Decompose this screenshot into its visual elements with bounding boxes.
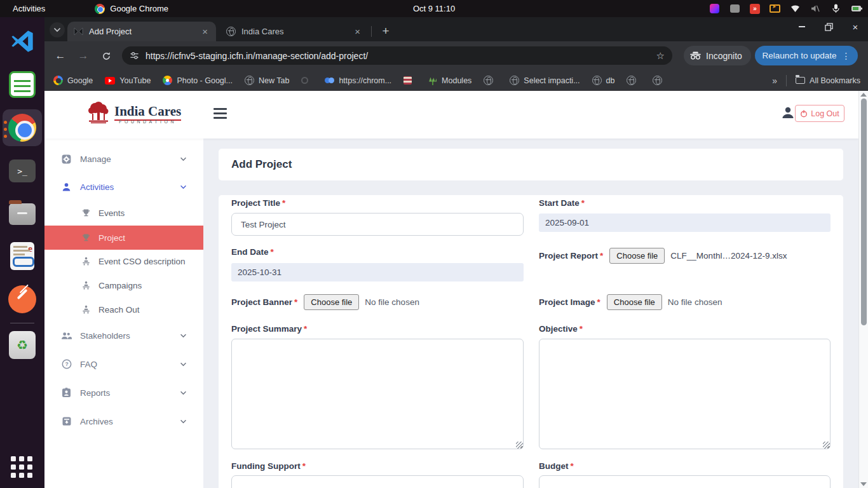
battery-icon [851, 3, 862, 14]
project-report-choose-file-button[interactable]: Choose file [609, 248, 665, 264]
back-button[interactable]: ← [52, 48, 69, 64]
sidebar-toggle-button[interactable] [214, 108, 227, 119]
sidebar-item-reach-out[interactable]: Reach Out [44, 300, 203, 319]
sidebar-item-reports[interactable]: Reports [44, 383, 203, 402]
address-bar[interactable]: https://icfnv5-staging.icfn.in/manage-se… [122, 46, 672, 65]
start-date-input[interactable] [539, 214, 831, 232]
document-viewer-launcher[interactable] [7, 241, 37, 271]
power-icon [800, 110, 808, 118]
minimize-button[interactable] [797, 22, 807, 32]
bookmark-chrome-link[interactable]: https://chrom... [325, 76, 391, 85]
sidebar-item-events[interactable]: Events [44, 203, 203, 222]
web-page: India Cares Foundation Log Out [44, 91, 858, 488]
bookmark-select-impact[interactable]: Select impacti... [510, 76, 580, 85]
project-banner-row: Project Banner* Choose file No file chos… [231, 294, 419, 310]
project-summary-textarea[interactable] [231, 339, 524, 449]
objective-textarea[interactable] [539, 339, 831, 449]
page-scrollbar[interactable] [858, 91, 868, 488]
restore-button[interactable] [824, 22, 834, 32]
bookmark-google[interactable]: Google [53, 76, 93, 85]
project-banner-choose-file-button[interactable]: Choose file [304, 294, 359, 310]
forward-button[interactable]: → [75, 48, 92, 64]
sidebar-item-label: Activities [80, 182, 114, 192]
close-window-button[interactable]: × [850, 22, 860, 32]
bookmark-globe-2[interactable] [627, 76, 641, 85]
india-cares-logo[interactable]: India Cares Foundation [86, 101, 181, 124]
project-title-label: Project Title* [231, 198, 285, 208]
bookmark-photos[interactable]: Photo - Googl... [163, 76, 233, 85]
tab-add-project[interactable]: Add Project × [67, 22, 216, 41]
tab-close-icon[interactable]: × [353, 26, 362, 37]
sidebar-item-manage[interactable]: Manage [44, 149, 203, 168]
system-tray[interactable]: » [709, 3, 862, 14]
tab-india-cares[interactable]: India Cares × [220, 22, 369, 41]
tab-close-icon[interactable]: × [200, 26, 210, 37]
globe-favicon [226, 27, 236, 36]
files-launcher[interactable] [7, 199, 37, 229]
bookmark-db[interactable]: db [592, 76, 615, 85]
volume-muted-icon [810, 3, 821, 14]
budget-input[interactable] [539, 475, 831, 488]
bookmark-modules[interactable]: Modules [428, 76, 471, 85]
budget-label: Budget* [539, 461, 574, 471]
all-bookmarks-button[interactable]: All Bookmarks [796, 76, 860, 85]
scroll-up-arrow[interactable] [860, 93, 867, 97]
person-desk-icon [81, 257, 92, 266]
browser-toolbar: ← → https://icfnv5-staging.icfn.in/manag… [44, 41, 868, 70]
sidebar-item-faq[interactable]: ? FAQ [44, 355, 203, 374]
sidebar-item-project[interactable]: Project [44, 226, 203, 250]
project-title-input[interactable] [231, 213, 524, 236]
incognito-label: Incognito [706, 51, 742, 61]
brand-title: India Cares [114, 104, 181, 121]
project-image-choose-file-button[interactable]: Choose file [607, 294, 662, 310]
scroll-down-arrow[interactable] [860, 482, 867, 486]
relaunch-to-update-button[interactable]: Relaunch to update ⋮ [755, 46, 858, 65]
terminal-launcher[interactable]: >_ [7, 156, 37, 186]
show-apps-button[interactable] [11, 456, 34, 479]
new-tab-button[interactable]: + [377, 23, 394, 39]
bookmark-globe-3[interactable] [653, 76, 667, 85]
bookmark-star-icon[interactable]: ☆ [656, 50, 665, 62]
bookmark-image[interactable] [403, 76, 416, 85]
url-text[interactable]: https://icfnv5-staging.icfn.in/manage-se… [146, 51, 656, 61]
globe-icon [592, 76, 602, 85]
bookmark-new-tab[interactable]: New Tab [245, 76, 289, 85]
clock[interactable]: Oct 9 11:10 [413, 4, 455, 13]
postman-launcher[interactable] [7, 284, 37, 315]
end-date-input[interactable] [231, 263, 524, 281]
sidebar-item-label: Archives [80, 417, 113, 426]
bookmarks-overflow-button[interactable]: » [772, 76, 777, 86]
site-settings-icon[interactable] [130, 51, 139, 60]
chrome-icon [8, 114, 36, 142]
logout-button[interactable]: Log Out [795, 105, 844, 122]
libreoffice-calc-launcher[interactable] [7, 69, 37, 100]
sidebar-item-activities[interactable]: Activities [44, 177, 203, 196]
chrome-launcher[interactable] [3, 109, 42, 146]
dock-divider [10, 323, 34, 323]
vscode-launcher[interactable] [7, 26, 37, 57]
reload-button[interactable] [98, 48, 114, 64]
project-report-row: Project Report* Choose file CLF__Monthl…… [539, 248, 787, 264]
sidebar-item-stakeholders[interactable]: Stakeholders [44, 326, 203, 345]
tab-search-button[interactable] [50, 22, 65, 37]
globe-icon [484, 76, 493, 85]
sidebar-item-campaigns[interactable]: Campaigns [44, 276, 203, 295]
scrollbar-thumb[interactable] [861, 98, 867, 325]
tab-title: India Cares [241, 27, 353, 36]
sidebar-item-archives[interactable]: Archives [44, 412, 203, 431]
globe-icon [653, 76, 662, 85]
brand-subtitle: Foundation [114, 119, 181, 124]
sidebar-item-event-cso-description[interactable]: Event CSO description [44, 252, 203, 271]
funding-support-input[interactable] [231, 475, 524, 488]
trash-launcher[interactable]: ♻ [7, 330, 37, 360]
image-favicon [403, 76, 412, 85]
focused-app-indicator[interactable]: Google Chrome [95, 4, 168, 14]
bookmark-globe-1[interactable] [484, 76, 498, 85]
globe-icon [245, 76, 254, 85]
trash-icon: ♻ [9, 331, 36, 359]
bookmark-youtube[interactable]: YouTube [105, 76, 151, 85]
activities-button[interactable]: Activities [13, 4, 45, 13]
bookmark-ring[interactable] [301, 77, 313, 84]
user-menu-button[interactable] [781, 105, 795, 119]
update-menu-icon[interactable]: ⋮ [842, 51, 851, 61]
